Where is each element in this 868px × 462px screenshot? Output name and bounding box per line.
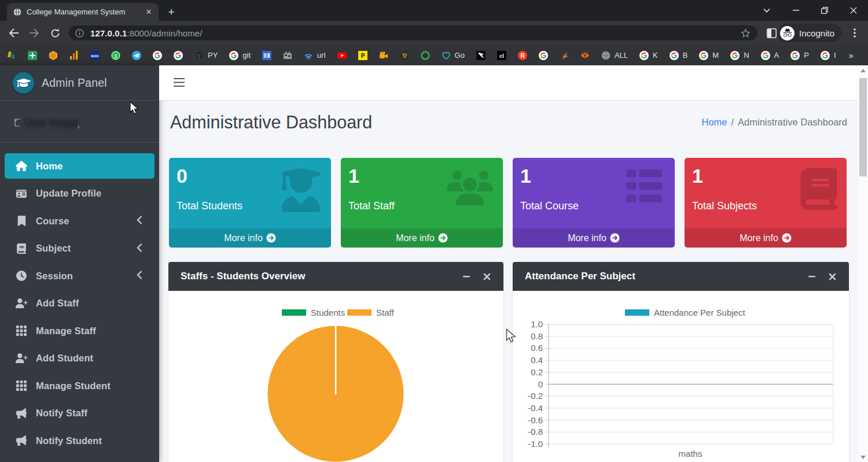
svg-text:0.4: 0.4 (531, 355, 543, 365)
svg-text:cl: cl (499, 53, 504, 59)
svg-text:1.0: 1.0 (531, 319, 543, 329)
svg-text:R: R (520, 53, 525, 59)
svg-text:1: 1 (114, 53, 117, 58)
svg-text:-0.4: -0.4 (528, 403, 543, 413)
svg-text:-1.0: -1.0 (528, 439, 543, 449)
svg-text:-0.6: -0.6 (528, 415, 543, 425)
svg-text:0.6: 0.6 (531, 343, 543, 353)
svg-text:-0.2: -0.2 (528, 391, 543, 401)
svg-text:-0.8: -0.8 (528, 427, 543, 437)
svg-text:IEEE: IEEE (91, 54, 99, 58)
svg-text:maths: maths (679, 449, 703, 459)
svg-text:0.2: 0.2 (531, 367, 543, 377)
svg-text:0: 0 (538, 379, 543, 389)
svg-text:P: P (361, 53, 365, 59)
svg-text:0.8: 0.8 (531, 331, 543, 341)
